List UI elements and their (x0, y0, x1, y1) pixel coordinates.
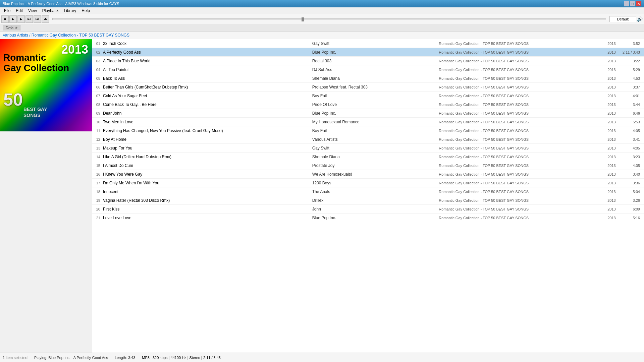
track-row[interactable]: 02 A Perfectly Good Ass Blue Pop Inc. Ro… (92, 48, 644, 57)
track-duration: 4:05 (619, 129, 643, 133)
track-row[interactable]: 20 First Kiss John Romantic Gay Collecti… (92, 205, 644, 214)
open-button[interactable]: ⏏ (42, 15, 49, 23)
track-number: 19 (94, 198, 103, 202)
statusbar-format: MP3 | 320 kbps | 44100 Hz | Stereo | 2:1… (142, 356, 221, 360)
track-duration: 3:52 (619, 42, 643, 46)
track-artist: Boy Fail (310, 128, 436, 133)
track-number: 20 (94, 207, 103, 211)
track-row[interactable]: 18 Innocent The Anals Romantic Gay Colle… (92, 187, 644, 196)
track-duration: 3:23 (619, 155, 643, 159)
track-number: 02 (94, 50, 103, 54)
track-title: First Kiss (103, 207, 310, 212)
track-album: Romantic Gay Collection - TOP 50 BEST GA… (436, 181, 604, 185)
track-duration: 3:37 (619, 85, 643, 89)
preset-dropdown[interactable]: Default (609, 16, 636, 22)
track-row[interactable]: 09 Dear John Blue Pop Inc. Romantic Gay … (92, 109, 644, 118)
close-button[interactable]: ✕ (636, 1, 641, 6)
track-artist: Shemale Diana (310, 76, 436, 81)
track-title: Come Back To Gay... Be Here (103, 102, 310, 107)
track-row[interactable]: 10 Two Men in Love My Homosexual Romance… (92, 118, 644, 126)
track-artist: Blue Pop Inc. (310, 50, 436, 55)
menu-view[interactable]: View (25, 8, 40, 14)
track-title: Boy At Home (103, 137, 310, 142)
statusbar: 1 item selected Playing: Blue Pop Inc. -… (0, 353, 644, 362)
track-number: 10 (94, 120, 103, 124)
track-number: 18 (94, 190, 103, 194)
track-album: Romantic Gay Collection - TOP 50 BEST GA… (436, 120, 604, 124)
track-album: Romantic Gay Collection - TOP 50 BEST GA… (436, 76, 604, 80)
tab-default[interactable]: Default (3, 25, 20, 31)
track-duration: 6:46 (619, 111, 643, 115)
album-overlay: 2013 Romantic Gay Collection 50 BEST GAY… (0, 39, 92, 131)
track-row[interactable]: 06 Better Than Girls (CumShotBear Dubste… (92, 83, 644, 92)
track-album: Romantic Gay Collection - TOP 50 BEST GA… (436, 111, 604, 115)
minimize-button[interactable]: ─ (624, 1, 629, 6)
seek-bar[interactable] (52, 18, 606, 20)
prev-button[interactable]: ⏮ (25, 15, 33, 23)
track-album: Romantic Gay Collection - TOP 50 BEST GA… (436, 85, 604, 89)
track-year: 2013 (604, 198, 619, 202)
track-title: 23 Inch Cock (103, 41, 310, 46)
track-duration: 5:53 (619, 120, 643, 124)
track-row[interactable]: 04 All Too Painful DJ SubAss Romantic Ga… (92, 65, 644, 74)
menu-library[interactable]: Library (61, 8, 79, 14)
titlebar: Blue Pop Inc. - A Perfectly Good Ass | A… (0, 0, 644, 7)
track-row[interactable]: 07 Cold As Your Sugar Feet Boy Fail Roma… (92, 92, 644, 100)
menu-edit[interactable]: Edit (13, 8, 25, 14)
track-year: 2013 (604, 94, 619, 98)
breadcrumb-album[interactable]: Romantic Gay Collection - TOP 50 BEST GA… (32, 33, 129, 38)
track-year: 2013 (604, 164, 619, 168)
track-year: 2013 (604, 155, 619, 159)
seek-thumb[interactable] (302, 17, 304, 21)
track-row[interactable]: 08 Come Back To Gay... Be Here Pride Of … (92, 100, 644, 109)
next-button[interactable]: ⏭ (34, 15, 41, 23)
track-row[interactable]: 11 Everything Has Changed, Now You Passi… (92, 126, 644, 135)
track-album: Romantic Gay Collection - TOP 50 BEST GA… (436, 94, 604, 98)
track-number: 04 (94, 68, 103, 72)
track-year: 2013 (604, 137, 619, 141)
track-row[interactable]: 16 I Knew You Were Gay We Are Homosexual… (92, 170, 644, 179)
menu-playback[interactable]: Playback (40, 8, 61, 14)
track-title: Like A Girl (Drillex Hard Dubstep Rmx) (103, 155, 310, 159)
track-number: 16 (94, 172, 103, 176)
track-row[interactable]: 21 Love Love Love Blue Pop Inc. Romantic… (92, 214, 644, 222)
track-number: 05 (94, 76, 103, 80)
track-row[interactable]: 12 Boy At Home Various Artists Romantic … (92, 135, 644, 144)
main-content: 2013 Romantic Gay Collection 50 BEST GAY… (0, 39, 644, 353)
window-title: Blue Pop Inc. - A Perfectly Good Ass | A… (3, 2, 119, 6)
track-number: 08 (94, 103, 103, 107)
track-number: 06 (94, 85, 103, 89)
track-title: Cold As Your Sugar Feet (103, 94, 310, 98)
track-row[interactable]: 13 Makeup For You Gay Swift Romantic Gay… (92, 144, 644, 153)
menu-help[interactable]: Help (79, 8, 93, 14)
track-number: 21 (94, 216, 103, 220)
track-row[interactable]: 03 A Place In This Blue World Rectal 303… (92, 57, 644, 65)
menu-file[interactable]: File (1, 8, 13, 14)
track-row[interactable]: 17 I'm Only Me When I'm With You 1200 Bo… (92, 179, 644, 187)
track-year: 2013 (604, 85, 619, 89)
track-title: Dear John (103, 111, 310, 116)
track-album: Romantic Gay Collection - TOP 50 BEST GA… (436, 207, 604, 211)
album-people (0, 88, 92, 131)
track-title: All Too Painful (103, 67, 310, 72)
track-album: Romantic Gay Collection - TOP 50 BEST GA… (436, 216, 604, 220)
play-button[interactable]: ▶ (17, 15, 25, 23)
track-row[interactable]: 14 Like A Girl (Drillex Hard Dubstep Rmx… (92, 153, 644, 161)
track-duration: 2:11 / 3:43 (619, 50, 643, 54)
length-value: 3:43 (128, 356, 135, 360)
track-row[interactable]: 15 I Almost Do Cum Prostate Joy Romantic… (92, 161, 644, 170)
track-year: 2013 (604, 216, 619, 220)
maximize-button[interactable]: □ (630, 1, 635, 6)
track-list: 01 23 Inch Cock Gay Swift Romantic Gay C… (92, 39, 644, 353)
volume-icon: 🔊 (637, 16, 643, 22)
breadcrumb-artist[interactable]: Various Artists (3, 33, 28, 38)
track-artist: John (310, 207, 436, 212)
track-row[interactable]: 01 23 Inch Cock Gay Swift Romantic Gay C… (92, 39, 644, 48)
track-title: A Perfectly Good Ass (103, 50, 310, 55)
track-year: 2013 (604, 76, 619, 80)
track-row[interactable]: 05 Back To Ass Shemale Diana Romantic Ga… (92, 74, 644, 83)
track-artist: Rectal 303 (310, 59, 436, 63)
play-pause-button[interactable]: ▶ (9, 15, 17, 23)
stop-button[interactable]: ■ (1, 15, 9, 23)
track-row[interactable]: 19 Vagina Hater (Rectal 303 Disco Rmx) D… (92, 196, 644, 205)
